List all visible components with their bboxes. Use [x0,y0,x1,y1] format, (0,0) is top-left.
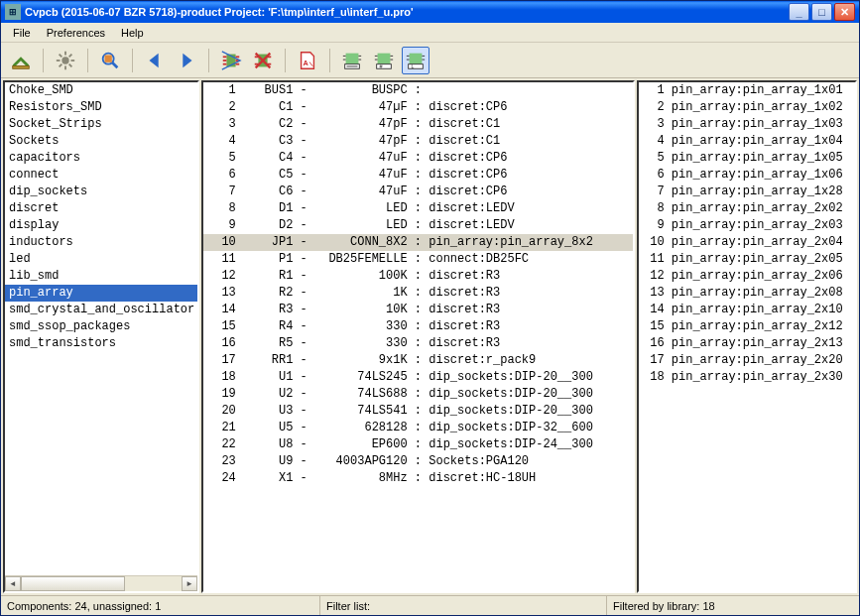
menubar: File Preferences Help [1,23,859,43]
component-row[interactable]: 20 U3 - 74LS541 : dip_sockets:DIP-20__30… [203,403,633,420]
component-row[interactable]: 18 U1 - 74LS245 : dip_sockets:DIP-20__30… [203,369,633,386]
minimize-button[interactable]: _ [789,3,809,21]
svg-rect-0 [13,65,30,68]
svg-line-9 [69,54,72,57]
titlebar[interactable]: ⊞ Cvpcb (2015-06-07 BZR 5718)-product Pr… [1,1,859,23]
footprint-row[interactable]: 3 pin_array:pin_array_1x03 [639,116,855,133]
separator [329,49,330,72]
maximize-button[interactable]: □ [811,3,832,21]
component-row[interactable]: 19 U2 - 74LS688 : dip_sockets:DIP-20__30… [203,386,633,403]
library-item[interactable]: Resistors_SMD [5,99,197,116]
menu-preferences[interactable]: Preferences [39,25,113,41]
filter-pincount-button[interactable]: # [370,47,398,74]
footprint-row[interactable]: 16 pin_array:pin_array_2x13 [639,335,855,352]
component-row[interactable]: 3 C2 - 47pF : discret:C1 [203,116,633,133]
component-row[interactable]: 11 P1 - DB25FEMELLE : connect:DB25FC [203,251,633,268]
menu-file[interactable]: File [5,25,39,41]
close-button[interactable]: ✕ [834,3,855,21]
previous-button[interactable] [141,47,169,74]
filter-keywords-button[interactable] [338,47,366,74]
component-row[interactable]: 14 R3 - 10K : discret:R3 [203,302,633,318]
scroll-left-arrow[interactable]: ◄ [5,576,21,591]
svg-text:A: A [303,58,308,66]
scroll-track[interactable] [21,576,182,591]
library-item[interactable]: capacitors [5,150,197,167]
separator [285,49,286,72]
library-item[interactable]: Choke_SMD [5,82,197,99]
library-item[interactable]: discret [5,200,197,217]
component-row[interactable]: 2 C1 - 47µF : discret:CP6 [203,99,633,116]
footprint-row[interactable]: 6 pin_array:pin_array_1x06 [639,167,855,184]
footprint-row[interactable]: 11 pin_array:pin_array_2x05 [639,251,855,268]
component-row[interactable]: 22 U8 - EP600 : dip_sockets:DIP-24__300 [203,436,633,453]
library-item[interactable]: connect [5,167,197,184]
library-item[interactable]: Socket_Strips [5,116,197,133]
next-button[interactable] [173,47,200,74]
component-row[interactable]: 12 R1 - 100K : discret:R3 [203,268,633,285]
component-row[interactable]: 24 X1 - 8MHz : discret:HC-18UH [203,470,633,487]
svg-line-7 [69,63,72,66]
library-item[interactable]: smd_transistors [5,335,197,352]
component-row[interactable]: 7 C6 - 47uF : discret:CP6 [203,184,633,200]
component-row[interactable]: 1 BUS1 - BUSPC : [203,82,633,99]
separator [43,49,44,72]
library-item[interactable]: inductors [5,234,197,251]
status-components: Components: 24, unassigned: 1 [1,596,320,615]
component-row[interactable]: 13 R2 - 1K : discret:R3 [203,285,633,302]
view-footprint-button[interactable] [96,47,124,74]
component-row[interactable]: 21 U5 - 628128 : dip_sockets:DIP-32__600 [203,420,633,436]
window-buttons: _ □ ✕ [789,3,855,21]
footprint-row[interactable]: 5 pin_array:pin_array_1x05 [639,150,855,167]
footprint-row[interactable]: 8 pin_array:pin_array_2x02 [639,200,855,217]
footprint-row[interactable]: 13 pin_array:pin_array_2x08 [639,285,855,302]
footprint-row[interactable]: 4 pin_array:pin_array_1x04 [639,133,855,150]
settings-button[interactable] [52,47,79,74]
library-item[interactable]: led [5,251,197,268]
horizontal-scrollbar[interactable]: ◄ ► [5,575,197,591]
scroll-thumb[interactable] [21,576,125,591]
documentation-button[interactable]: A [294,47,321,74]
component-list-panel[interactable]: 1 BUS1 - BUSPC : 2 C1 - 47µF : discret:C… [201,80,635,593]
component-row[interactable]: 6 C5 - 47uF : discret:CP6 [203,167,633,184]
footprint-row[interactable]: 14 pin_array:pin_array_2x10 [639,302,855,318]
library-item[interactable]: display [5,217,197,234]
component-row[interactable]: 10 JP1 - CONN_8X2 : pin_array:pin_array_… [203,234,633,251]
component-row[interactable]: 9 D2 - LED : discret:LEDV [203,217,633,234]
footprint-row[interactable]: 17 pin_array:pin_array_2x20 [639,352,855,369]
footprint-row[interactable]: 9 pin_array:pin_array_2x03 [639,217,855,234]
menu-help[interactable]: Help [113,25,152,41]
status-filtered: Filtered by library: 18 [607,596,859,615]
component-row[interactable]: 4 C3 - 47pF : discret:C1 [203,133,633,150]
component-row[interactable]: 15 R4 - 330 : discret:R3 [203,318,633,335]
footprint-row[interactable]: 2 pin_array:pin_array_1x02 [639,99,855,116]
footprint-row[interactable]: 1 pin_array:pin_array_1x01 [639,82,855,99]
svg-line-6 [60,54,62,57]
library-item[interactable]: pin_array [5,285,197,302]
library-item[interactable]: dip_sockets [5,184,197,200]
library-item[interactable]: smd_ssop_packages [5,318,197,335]
footprint-row[interactable]: 10 pin_array:pin_array_2x04 [639,234,855,251]
auto-associate-button[interactable] [217,47,245,74]
component-row[interactable]: 16 R5 - 330 : discret:R3 [203,335,633,352]
toolbar: A # L [1,43,859,78]
component-row[interactable]: 5 C4 - 47uF : discret:CP6 [203,150,633,167]
delete-associations-button[interactable] [249,47,277,74]
component-row[interactable]: 17 RR1 - 9x1K : discret:r_pack9 [203,352,633,369]
library-item[interactable]: Sockets [5,133,197,150]
save-button[interactable] [7,47,35,74]
component-row[interactable]: 23 U9 - 4003APG120 : Sockets:PGA120 [203,453,633,470]
footprint-row[interactable]: 15 pin_array:pin_array_2x12 [639,318,855,335]
scroll-right-arrow[interactable]: ► [182,576,197,591]
window-title: Cvpcb (2015-06-07 BZR 5718)-product Proj… [25,6,789,18]
footprint-list-panel[interactable]: 1 pin_array:pin_array_1x01 2 pin_array:p… [637,80,857,593]
library-item[interactable]: smd_crystal_and_oscillator [5,302,197,318]
component-row[interactable]: 8 D1 - LED : discret:LEDV [203,200,633,217]
footprint-row[interactable]: 7 pin_array:pin_array_1x28 [639,184,855,200]
footprint-row[interactable]: 18 pin_array:pin_array_2x30 [639,369,855,386]
footprint-row[interactable]: 12 pin_array:pin_array_2x06 [639,268,855,285]
library-item[interactable]: lib_smd [5,268,197,285]
status-filter: Filter list: [320,596,607,615]
filter-library-button[interactable]: L [402,47,430,74]
library-list-panel[interactable]: Choke_SMDResistors_SMDSocket_StripsSocke… [3,80,199,593]
statusbar: Components: 24, unassigned: 1 Filter lis… [1,595,859,615]
